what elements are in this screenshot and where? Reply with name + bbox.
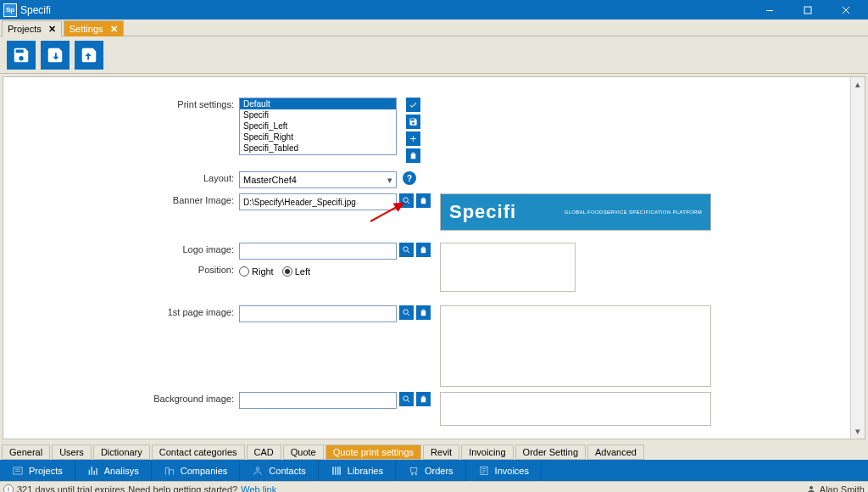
tab-advanced[interactable]: Advanced — [587, 444, 644, 460]
list-item[interactable]: Specifi_Tabled — [240, 143, 396, 154]
clear-button[interactable] — [416, 392, 431, 406]
background-preview — [440, 392, 711, 426]
logo-image-input[interactable] — [239, 243, 397, 260]
background-image-input[interactable] — [239, 392, 397, 409]
list-item[interactable]: Specifi — [240, 109, 396, 120]
save-button[interactable] — [406, 115, 420, 129]
tab-dictionary[interactable]: Dictionary — [93, 444, 150, 460]
print-settings-list[interactable]: Default Specifi Specifi_Left Specifi_Rig… — [239, 98, 397, 155]
tab-revit[interactable]: Revit — [423, 444, 459, 460]
close-icon[interactable]: ✕ — [110, 24, 118, 35]
svg-point-17 — [810, 486, 813, 489]
browse-button[interactable] — [399, 243, 414, 257]
nav-libraries[interactable]: Libraries — [319, 460, 396, 481]
banner-image-label: Banner Image: — [3, 193, 239, 205]
svg-point-6 — [403, 247, 409, 252]
help-icon[interactable]: ? — [403, 171, 416, 185]
logo-preview — [440, 243, 576, 292]
tab-order-setting[interactable]: Order Setting — [515, 444, 586, 460]
svg-point-15 — [415, 473, 417, 475]
save-button[interactable] — [7, 41, 36, 70]
clear-button[interactable] — [416, 193, 431, 208]
nav-analysis[interactable]: Analisys — [75, 460, 152, 481]
tab-projects[interactable]: Projects ✕ — [2, 20, 62, 36]
svg-rect-0 — [766, 10, 773, 11]
maximize-button[interactable] — [788, 0, 826, 20]
nav-orders[interactable]: Orders — [396, 460, 466, 481]
tab-invoicing[interactable]: Invoicing — [461, 444, 513, 460]
banner-preview: Specifi GLOBAL FOODSERVICE SPECIFICATION… — [440, 193, 711, 231]
svg-line-11 — [408, 400, 409, 402]
radio-label: Left — [295, 266, 310, 277]
clear-button[interactable] — [416, 305, 431, 320]
clear-button[interactable] — [416, 243, 431, 257]
svg-point-4 — [403, 198, 409, 203]
user-name: Alan Smith — [820, 484, 865, 493]
svg-rect-1 — [804, 7, 811, 14]
nav-label: Invoices — [495, 466, 529, 476]
nav-invoices[interactable]: Invoices — [466, 460, 542, 481]
background-image-label: Background image: — [3, 392, 239, 404]
svg-point-8 — [403, 310, 409, 315]
save-down-button[interactable] — [41, 41, 70, 70]
trial-text: 321 days until trial expires — [17, 484, 125, 493]
first-page-image-input[interactable] — [239, 305, 397, 322]
user-icon — [806, 484, 816, 493]
position-left-radio[interactable]: Left — [282, 266, 310, 277]
scroll-up-icon[interactable]: ▴ — [851, 77, 865, 92]
browse-button[interactable] — [399, 305, 414, 320]
layout-label: Layout: — [3, 171, 239, 183]
tab-quote-print-settings[interactable]: Quote print settings — [326, 444, 421, 460]
minimize-button[interactable] — [750, 0, 788, 20]
banner-image-input[interactable]: D:\Specify\Header_Specifi.jpg — [239, 193, 397, 210]
tab-label: Projects — [8, 24, 42, 34]
nav-label: Orders — [425, 466, 453, 476]
logo-image-label: Logo image: — [3, 243, 239, 254]
tab-settings[interactable]: Settings ✕ — [64, 20, 124, 36]
svg-point-13 — [257, 467, 260, 470]
radio-label: Right — [252, 266, 274, 277]
position-label: Position: — [3, 263, 239, 275]
nav-label: Projects — [29, 466, 63, 476]
nav-label: Contacts — [269, 466, 305, 476]
tab-quote[interactable]: Quote — [283, 444, 324, 460]
tab-contact-categories[interactable]: Contact categories — [152, 444, 245, 460]
save-up-button[interactable] — [75, 41, 103, 70]
tab-users[interactable]: Users — [52, 444, 92, 460]
svg-line-9 — [408, 314, 409, 316]
browse-button[interactable] — [399, 193, 414, 208]
window-title: Specifi — [20, 4, 750, 16]
svg-line-7 — [408, 251, 409, 253]
first-page-image-label: 1st page image: — [3, 305, 239, 317]
toolbar — [0, 36, 868, 74]
scroll-down-icon[interactable]: ▾ — [851, 424, 865, 439]
svg-point-10 — [403, 396, 409, 401]
layout-combo[interactable]: MasterChef4 ▾ — [239, 171, 397, 188]
list-item[interactable]: Default — [240, 98, 396, 109]
nav-companies[interactable]: Companies — [152, 460, 241, 481]
nav-projects[interactable]: Projects — [0, 460, 75, 481]
close-icon[interactable]: ✕ — [48, 24, 56, 35]
print-settings-label: Print settings: — [3, 98, 239, 109]
svg-point-14 — [411, 473, 413, 475]
position-right-radio[interactable]: Right — [239, 266, 274, 277]
delete-button[interactable] — [406, 148, 420, 163]
nav-contacts[interactable]: Contacts — [240, 460, 318, 481]
chevron-down-icon: ▾ — [387, 175, 392, 186]
help-text: Need help getting started? — [128, 484, 237, 493]
web-link[interactable]: Web link — [241, 484, 276, 493]
vertical-scrollbar[interactable]: ▴ ▾ — [850, 77, 865, 439]
browse-button[interactable] — [399, 392, 414, 406]
tab-cad[interactable]: CAD — [247, 444, 281, 460]
document-tabs: Projects ✕ Settings ✕ — [0, 20, 868, 36]
tab-label: Settings — [70, 24, 103, 34]
banner-tagline: GLOBAL FOODSERVICE SPECIFICATION PLATFOR… — [565, 210, 702, 215]
list-item[interactable]: Specifi_Right — [240, 131, 396, 143]
add-button[interactable] — [406, 131, 420, 146]
nav-label: Analisys — [104, 466, 139, 476]
nav-label: Companies — [181, 466, 228, 476]
apply-button[interactable] — [406, 98, 420, 112]
close-button[interactable] — [826, 0, 865, 20]
list-item[interactable]: Specifi_Left — [240, 120, 396, 131]
tab-general[interactable]: General — [2, 444, 50, 460]
